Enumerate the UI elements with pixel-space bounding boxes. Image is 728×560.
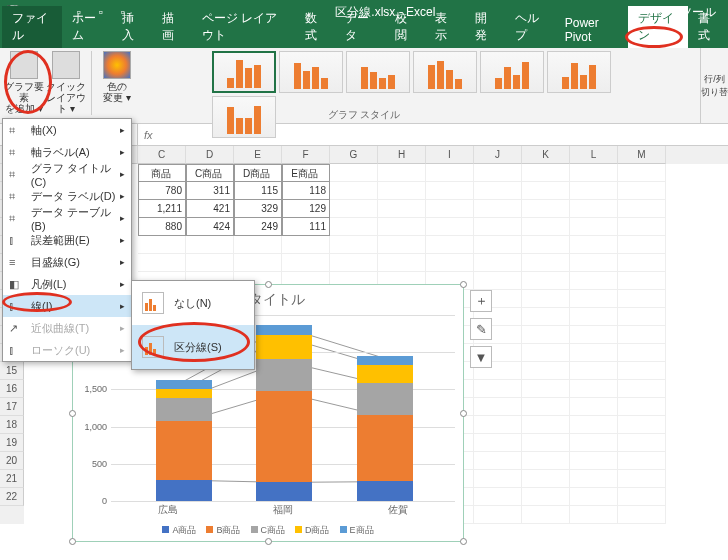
add-element-icon	[10, 51, 38, 79]
tab-挿入[interactable]: 挿入	[112, 6, 152, 48]
cell[interactable]: 880	[138, 218, 186, 236]
dropdown-item: ⫿ローソク(U)▸	[3, 339, 131, 361]
menu-icon: ⌗	[9, 123, 25, 137]
dropdown-item[interactable]: ⌗グラフ タイトル(C)▸	[3, 163, 131, 185]
chart-style-thumb[interactable]	[413, 51, 477, 93]
tab-ファイル[interactable]: ファイル	[2, 6, 62, 48]
cell[interactable]: 780	[138, 182, 186, 200]
row-header[interactable]: 20	[0, 452, 24, 470]
cell[interactable]: 421	[186, 200, 234, 218]
dropdown-item[interactable]: ⌗データ テーブル(B)▸	[3, 207, 131, 229]
tab-デザイン[interactable]: デザイン	[628, 6, 688, 48]
legend-item[interactable]: B商品	[206, 524, 240, 537]
col-header[interactable]: F	[282, 146, 330, 164]
chart-style-thumb[interactable]	[279, 51, 343, 93]
submenu-none[interactable]: なし(N)	[132, 281, 254, 325]
chevron-right-icon: ▸	[120, 191, 125, 201]
row-header[interactable]: 19	[0, 434, 24, 452]
legend-item[interactable]: C商品	[251, 524, 286, 537]
cell[interactable]: E商品	[282, 164, 330, 182]
dropdown-item[interactable]: ≡目盛線(G)▸	[3, 251, 131, 273]
menu-icon: ⌗	[9, 189, 25, 203]
cell[interactable]: 249	[234, 218, 282, 236]
legend-item[interactable]: E商品	[340, 524, 374, 537]
cell[interactable]: 118	[282, 182, 330, 200]
chart-style-thumb[interactable]	[212, 51, 276, 93]
tab-ホーム[interactable]: ホーム	[62, 6, 112, 48]
row-header[interactable]: 17	[0, 398, 24, 416]
tab-Power Pivot[interactable]: Power Pivot	[555, 12, 628, 48]
cell[interactable]: 商品	[138, 164, 186, 182]
bar-stack[interactable]	[357, 356, 413, 501]
cell[interactable]: 111	[282, 218, 330, 236]
chevron-right-icon: ▸	[120, 235, 125, 245]
tab-表示[interactable]: 表示	[425, 6, 465, 48]
tab-データ[interactable]: データ	[335, 6, 385, 48]
submenu-series-lines[interactable]: 区分線(S)	[132, 325, 254, 369]
lines-submenu: なし(N) 区分線(S)	[131, 280, 255, 370]
cell[interactable]: 311	[186, 182, 234, 200]
color-icon	[103, 51, 131, 79]
col-header[interactable]: L	[570, 146, 618, 164]
quick-layout-button[interactable]: クイック レイアウト ▾	[46, 51, 86, 114]
dropdown-item[interactable]: ◧凡例(L)▸	[3, 273, 131, 295]
row-header[interactable]: 21	[0, 470, 24, 488]
dropdown-item[interactable]: ⫿線(I)▸	[3, 295, 131, 317]
menu-icon: ⫿	[9, 343, 25, 357]
col-header[interactable]: D	[186, 146, 234, 164]
cell[interactable]: 129	[282, 200, 330, 218]
ribbon-tabs: ファイルホーム挿入描画ページ レイアウト数式データ校閲表示開発ヘルプPower …	[0, 24, 728, 48]
row-header[interactable]: 22	[0, 488, 24, 506]
submenu-none-label: なし(N)	[174, 296, 211, 311]
change-color-button[interactable]: 色の 変更 ▾	[97, 51, 137, 103]
tab-校閲[interactable]: 校閲	[385, 6, 425, 48]
col-header[interactable]: H	[378, 146, 426, 164]
chart-filter-icon[interactable]: ▼	[470, 346, 492, 368]
chart-style-thumb[interactable]	[547, 51, 611, 93]
chart-styles-gallery[interactable]	[212, 51, 652, 138]
switch-row-col-button[interactable]: 行/列 切り替	[700, 48, 728, 124]
cell[interactable]: 115	[234, 182, 282, 200]
chart-style-thumb[interactable]	[346, 51, 410, 93]
col-header[interactable]: C	[138, 146, 186, 164]
cell[interactable]: 329	[234, 200, 282, 218]
legend-item[interactable]: D商品	[295, 524, 330, 537]
dropdown-item[interactable]: ⌗軸(X)▸	[3, 119, 131, 141]
row-header[interactable]: 15	[0, 362, 24, 380]
none-icon	[142, 292, 164, 314]
tab-開発[interactable]: 開発	[465, 6, 505, 48]
bar-stack[interactable]	[156, 380, 212, 501]
row-header[interactable]: 18	[0, 416, 24, 434]
col-header[interactable]: I	[426, 146, 474, 164]
chart-style-thumb[interactable]	[212, 96, 276, 138]
menu-icon: ⌗	[9, 145, 25, 159]
col-header[interactable]: K	[522, 146, 570, 164]
row-header[interactable]: 16	[0, 380, 24, 398]
tab-数式[interactable]: 数式	[295, 6, 335, 48]
chevron-right-icon: ▸	[120, 169, 125, 179]
tab-ヘルプ[interactable]: ヘルプ	[505, 6, 555, 48]
cell[interactable]: C商品	[186, 164, 234, 182]
tab-描画[interactable]: 描画	[152, 6, 192, 48]
bar-stack[interactable]	[256, 325, 312, 501]
menu-icon: ≡	[9, 255, 25, 269]
chart-style-thumb[interactable]	[480, 51, 544, 93]
tab-ページ レイアウト[interactable]: ページ レイアウト	[192, 6, 295, 48]
col-header[interactable]: E	[234, 146, 282, 164]
add-chart-element-button[interactable]: グラフ要素 を追加 ▾	[4, 51, 44, 114]
cell[interactable]: D商品	[234, 164, 282, 182]
cell[interactable]: 424	[186, 218, 234, 236]
col-header[interactable]: J	[474, 146, 522, 164]
chart-style-icon[interactable]: ✎	[470, 318, 492, 340]
legend-item[interactable]: A商品	[162, 524, 196, 537]
chart-add-element-icon[interactable]: ＋	[470, 290, 492, 312]
chevron-right-icon: ▸	[120, 301, 125, 311]
dropdown-item[interactable]: ⫿誤差範囲(E)▸	[3, 229, 131, 251]
separator	[91, 51, 92, 115]
tab-書式[interactable]: 書式	[688, 6, 728, 48]
col-header[interactable]: G	[330, 146, 378, 164]
cell[interactable]: 1,211	[138, 200, 186, 218]
chart-side-buttons: ＋ ✎ ▼	[470, 290, 492, 368]
chart-legend[interactable]: A商品B商品C商品D商品E商品	[73, 524, 463, 537]
col-header[interactable]: M	[618, 146, 666, 164]
